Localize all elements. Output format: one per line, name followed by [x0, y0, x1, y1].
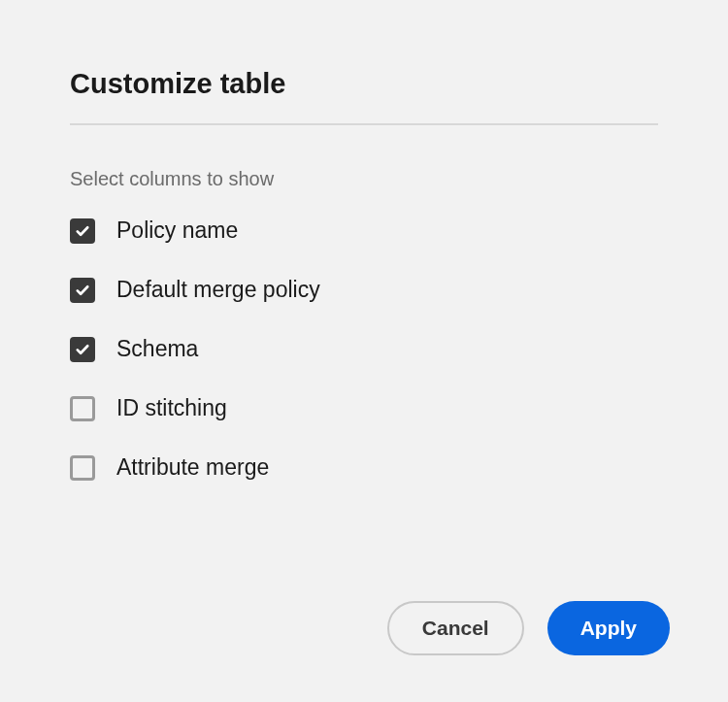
cancel-button[interactable]: Cancel	[387, 601, 524, 655]
checkbox-policy-name[interactable]	[70, 218, 95, 244]
checkbox-row-policy-name[interactable]: Policy name	[70, 217, 658, 244]
checkbox-row-id-stitching[interactable]: ID stitching	[70, 395, 658, 421]
checkbox-label: Default merge policy	[116, 277, 320, 303]
checkbox-label: Schema	[116, 336, 198, 362]
checkbox-label: Policy name	[116, 217, 238, 244]
checkbox-label: ID stitching	[116, 395, 227, 421]
button-row: Cancel Apply	[387, 601, 670, 655]
dialog-title: Customize table	[70, 68, 658, 100]
apply-button[interactable]: Apply	[547, 601, 670, 655]
checkmark-icon	[74, 282, 91, 299]
checkbox-label: Attribute merge	[116, 454, 269, 481]
checkbox-default-merge-policy[interactable]	[70, 278, 95, 303]
subtitle: Select columns to show	[70, 168, 658, 190]
checkbox-row-attribute-merge[interactable]: Attribute merge	[70, 454, 658, 481]
checkbox-list: Policy name Default merge policy Schema …	[70, 217, 658, 481]
checkbox-attribute-merge[interactable]	[70, 455, 95, 481]
checkbox-id-stitching[interactable]	[70, 396, 95, 421]
checkmark-icon	[74, 341, 91, 358]
divider	[70, 123, 658, 125]
checkmark-icon	[74, 222, 91, 240]
checkbox-schema[interactable]	[70, 337, 95, 362]
checkbox-row-default-merge-policy[interactable]: Default merge policy	[70, 277, 658, 303]
checkbox-row-schema[interactable]: Schema	[70, 336, 658, 362]
